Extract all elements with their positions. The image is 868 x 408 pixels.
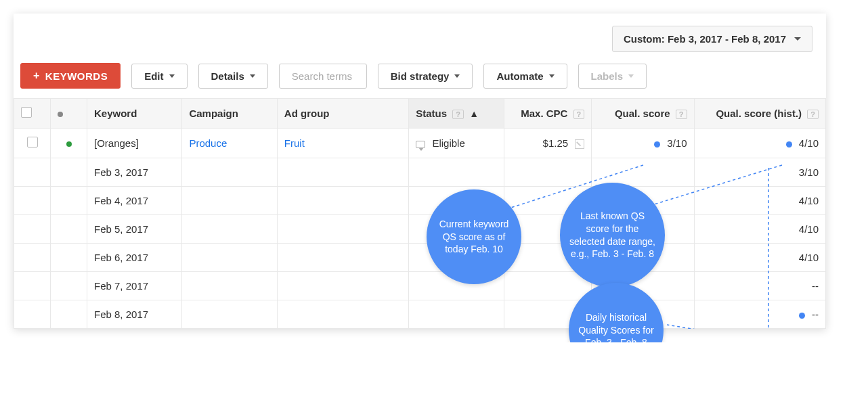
table-row-date: Feb 3, 2017 3/10 (14, 158, 826, 187)
chevron-down-icon (250, 74, 255, 78)
cell-qshist: 4/10 (694, 187, 825, 215)
table-header-row: Keyword Campaign Ad group Status ? ▲ Max… (14, 99, 826, 129)
edit-button[interactable]: Edit (131, 64, 187, 89)
table-row-date: Feb 8, 2017 -- (14, 300, 826, 329)
col-keyword[interactable]: Keyword (87, 99, 182, 129)
labels-label: Labels (591, 70, 624, 82)
marker-icon (786, 141, 792, 148)
table-row-main[interactable]: [Oranges] Produce Fruit Eligible $1.25 3… (14, 129, 826, 158)
col-status[interactable]: Status ? ▲ (409, 99, 504, 129)
help-icon[interactable]: ? (676, 110, 687, 119)
cell-date: Feb 5, 2017 (87, 215, 182, 244)
chevron-down-icon (454, 74, 460, 78)
help-icon[interactable]: ? (573, 110, 585, 119)
chevron-down-icon (549, 74, 555, 78)
callout-text: Current keyword QS score as of today Feb… (435, 218, 513, 256)
daterange-label: Custom: Feb 3, 2017 - Feb 8, 2017 (624, 33, 786, 45)
keywords-table: Keyword Campaign Ad group Status ? ▲ Max… (14, 98, 826, 329)
details-button[interactable]: Details (198, 64, 268, 89)
status-dot-icon (66, 141, 72, 147)
row-checkbox[interactable] (27, 137, 38, 148)
cell-qs-value: 3/10 (667, 137, 687, 149)
bid-strategy-label: Bid strategy (391, 70, 450, 82)
table-row-date: Feb 6, 2017 4/10 (14, 244, 826, 272)
col-qshist-label: Qual. score (hist.) (716, 108, 802, 119)
pencil-icon[interactable] (575, 139, 584, 149)
col-qual-score[interactable]: Qual. score ? (592, 99, 694, 129)
cell-date: Feb 8, 2017 (87, 300, 182, 329)
col-maxcpc-label: Max. CPC (521, 108, 567, 119)
labels-button[interactable]: Labels (578, 64, 647, 89)
daterange-picker[interactable]: Custom: Feb 3, 2017 - Feb 8, 2017 (612, 26, 812, 52)
cell-qshist: 3/10 (694, 158, 825, 187)
cell-date: Feb 4, 2017 (87, 187, 182, 215)
cell-campaign[interactable]: Produce (182, 129, 277, 158)
cell-date: Feb 7, 2017 (87, 272, 182, 300)
table-row-date: Feb 7, 2017 -- (14, 272, 826, 300)
checkbox-icon (21, 107, 32, 118)
add-keywords-label: KEYWORDS (45, 70, 108, 82)
col-status-label: Status (416, 108, 447, 119)
col-maxcpc[interactable]: Max. CPC ? (504, 99, 592, 129)
search-terms-input[interactable]: Search terms (279, 64, 367, 89)
edit-label: Edit (144, 70, 163, 82)
callout-current-qs: Current keyword QS score as of today Feb… (427, 189, 521, 284)
add-keywords-button[interactable]: + KEYWORDS (20, 63, 121, 89)
help-icon[interactable]: ? (807, 110, 819, 119)
table-row-date: Feb 4, 2017 4/10 (14, 187, 826, 215)
cell-qshist: 4/10 (694, 215, 825, 244)
speech-bubble-icon (416, 141, 425, 148)
bid-strategy-button[interactable]: Bid strategy (378, 64, 473, 89)
table-row-date: Feb 5, 2017 4/10 (14, 215, 826, 244)
col-select-all[interactable] (14, 99, 51, 129)
cell-qshist: 4/10 (694, 129, 825, 158)
automate-label: Automate (496, 70, 543, 82)
col-qs-label: Qual. score (615, 108, 670, 119)
automate-button[interactable]: Automate (483, 64, 567, 89)
marker-icon (799, 313, 805, 319)
cell-date: Feb 6, 2017 (87, 244, 182, 272)
col-qual-score-hist[interactable]: Qual. score (hist.) ? (694, 99, 825, 129)
cell-maxcpc-value: $1.25 (543, 137, 569, 149)
cell-keyword: [Oranges] (87, 129, 182, 158)
plus-icon: + (33, 70, 40, 82)
cell-status: Eligible (409, 129, 504, 158)
cell-maxcpc[interactable]: $1.25 (504, 129, 592, 158)
chevron-down-icon (628, 74, 634, 78)
keywords-panel: Custom: Feb 3, 2017 - Feb 8, 2017 + KEYW… (14, 14, 826, 329)
cell-qshist-value: 4/10 (799, 137, 819, 149)
chevron-down-icon (169, 74, 175, 78)
col-adgroup[interactable]: Ad group (277, 99, 408, 129)
sort-up-icon: ▲ (469, 108, 479, 119)
callout-last-known-qs: Last known QS score for the selected dat… (560, 183, 665, 288)
col-status-dot[interactable] (51, 99, 87, 129)
callout-text: Daily historical Quality Scores for Feb.… (577, 311, 655, 342)
cell-qshist: -- (694, 272, 825, 300)
cell-qshist-value: -- (812, 309, 819, 320)
cell-date: Feb 3, 2017 (87, 158, 182, 187)
help-icon[interactable]: ? (452, 110, 464, 119)
cell-status-text: Eligible (432, 137, 464, 149)
cell-qs: 3/10 (592, 129, 694, 158)
status-dot-icon (58, 112, 63, 117)
cell-qshist: 4/10 (694, 244, 825, 272)
cell-adgroup[interactable]: Fruit (277, 129, 408, 158)
toolbar: + KEYWORDS Edit Details Search terms Bid… (14, 63, 826, 98)
cell-qshist: -- (694, 300, 825, 329)
details-label: Details (211, 70, 244, 82)
callout-text: Last known QS score for the selected dat… (568, 210, 657, 261)
daterange-row: Custom: Feb 3, 2017 - Feb 8, 2017 (14, 20, 826, 63)
chevron-down-icon (794, 37, 801, 41)
marker-icon (654, 141, 660, 148)
col-campaign[interactable]: Campaign (182, 99, 277, 129)
